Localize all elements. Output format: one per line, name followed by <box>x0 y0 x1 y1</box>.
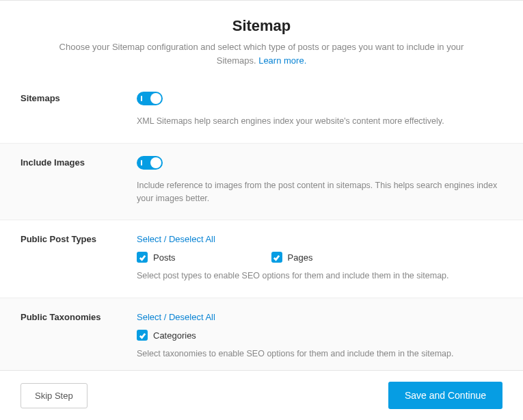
include-images-label: Include Images <box>21 156 137 205</box>
categories-checkbox-item[interactable]: Categories <box>137 330 196 341</box>
sitemaps-toggle[interactable] <box>137 92 163 105</box>
public-taxonomies-row: Public Taxonomies Select / Deselect All … <box>0 298 523 376</box>
sitemaps-row: Sitemaps XML Sitemaps help search engine… <box>0 79 523 144</box>
skip-step-button[interactable]: Skip Step <box>21 383 88 408</box>
taxonomies-select-all-link[interactable]: Select / Deselect All <box>137 312 215 322</box>
categories-checkbox-label: Categories <box>153 330 196 341</box>
public-taxonomies-description: Select taxonomies to enable SEO options … <box>137 347 502 360</box>
sitemaps-label: Sitemaps <box>21 92 137 128</box>
include-images-description: Include reference to images from the pos… <box>137 179 502 205</box>
public-post-types-label: Public Post Types <box>21 233 137 283</box>
sitemaps-description: XML Sitemaps help search engines index y… <box>137 115 502 128</box>
sitemap-settings-page: Sitemap Choose your Sitemap configuratio… <box>0 0 523 376</box>
learn-more-link[interactable]: Learn more. <box>258 55 306 66</box>
posts-checkbox-label: Posts <box>153 252 176 263</box>
page-description: Choose your Sitemap configuration and se… <box>41 40 482 67</box>
post-types-select-all-link[interactable]: Select / Deselect All <box>137 234 215 244</box>
public-post-types-row: Public Post Types Select / Deselect All … <box>0 220 523 298</box>
include-images-row: Include Images Include reference to imag… <box>0 144 523 221</box>
public-post-types-description: Select post types to enable SEO options … <box>137 270 502 283</box>
include-images-toggle[interactable] <box>137 156 163 170</box>
pages-checkbox-label: Pages <box>288 252 313 263</box>
checkbox-checked-icon <box>137 252 148 263</box>
page-header: Sitemap Choose your Sitemap configuratio… <box>0 17 523 79</box>
save-continue-button[interactable]: Save and Continue <box>388 382 502 409</box>
checkbox-checked-icon <box>271 252 282 263</box>
page-title: Sitemap <box>41 17 482 35</box>
checkbox-checked-icon <box>137 330 148 341</box>
public-taxonomies-label: Public Taxonomies <box>21 311 137 360</box>
pages-checkbox-item[interactable]: Pages <box>271 252 313 263</box>
footer-bar: Skip Step Save and Continue <box>0 370 523 420</box>
posts-checkbox-item[interactable]: Posts <box>137 252 176 263</box>
